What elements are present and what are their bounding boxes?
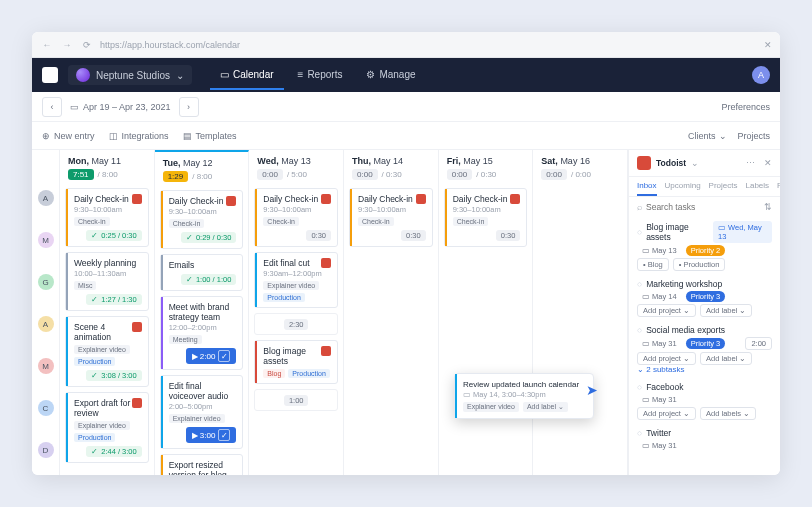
day-header: Fri, May 15 bbox=[447, 156, 525, 166]
task-action-button[interactable]: Add label ⌄ bbox=[700, 304, 752, 317]
dragging-card[interactable]: Review updated launch calendar ▭ May 14,… bbox=[454, 373, 594, 419]
tag: Explainer video bbox=[74, 345, 130, 354]
todoist-flag-icon bbox=[132, 322, 142, 332]
entry-card[interactable]: Export resized version for blog About pa… bbox=[160, 454, 244, 475]
entry-card[interactable]: Emails 1:00 / 1:00 bbox=[160, 254, 244, 291]
empty-slot[interactable]: 2:30 bbox=[254, 313, 338, 335]
entry-card[interactable]: Daily Check-in 9:30–10:00am Check-in 0:2… bbox=[160, 190, 244, 249]
tab-manage[interactable]: ⚙Manage bbox=[356, 61, 425, 90]
close-icon[interactable]: ✕ bbox=[764, 40, 772, 50]
nav-back-icon[interactable]: ← bbox=[40, 40, 54, 50]
card-title: Daily Check-in bbox=[169, 196, 224, 206]
task-action-button[interactable]: Add project ⌄ bbox=[637, 352, 696, 365]
top-nav: Neptune Studios ⌄ ▭Calendar ≡Reports ⚙Ma… bbox=[32, 58, 780, 92]
day-header: Tue, May 12 bbox=[163, 158, 241, 168]
card-subtitle: 9:30–10:00am bbox=[358, 205, 426, 214]
task-action-button[interactable]: Add project ⌄ bbox=[637, 407, 696, 420]
add-label-button[interactable]: Add label ⌄ bbox=[523, 402, 568, 412]
task-title: Blog image assets bbox=[646, 222, 709, 242]
task-item[interactable]: ○Blog image assets▭ Wed, May 13▭ May 13P… bbox=[637, 221, 772, 271]
task-item[interactable]: ○Facebook▭ May 31Add project ⌄Add labels… bbox=[637, 382, 772, 420]
panel-tab[interactable]: Labels bbox=[746, 181, 770, 196]
search-row: ⌕ ⇅ bbox=[629, 197, 780, 217]
panel-close-icon[interactable]: ✕ bbox=[764, 158, 772, 168]
panel-tab[interactable]: Upcoming bbox=[665, 181, 701, 196]
radio-icon[interactable]: ○ bbox=[637, 428, 642, 438]
user-avatar[interactable]: A bbox=[752, 66, 770, 84]
chevron-down-icon: ⌄ bbox=[176, 70, 184, 81]
workspace-switcher[interactable]: Neptune Studios ⌄ bbox=[68, 65, 192, 85]
tag: Production bbox=[74, 357, 115, 366]
task-item[interactable]: ○Twitter▭ May 31 bbox=[637, 428, 772, 451]
panel-more-icon[interactable]: ⋯ bbox=[746, 158, 755, 168]
manage-icon: ⚙ bbox=[366, 69, 375, 80]
avatar-column: AMGAMCD bbox=[32, 150, 60, 475]
task-item[interactable]: ○Marketing workshop▭ May 14Priority 3Add… bbox=[637, 279, 772, 317]
nav-forward-icon[interactable]: → bbox=[60, 40, 74, 50]
time-stat: 0:30 bbox=[496, 230, 521, 241]
entry-card[interactable]: Edit final cut 9:30am–12:00pm Explainer … bbox=[254, 252, 338, 308]
clients-dropdown[interactable]: Clients⌄ bbox=[688, 131, 728, 141]
entry-card[interactable]: Blog image assets BlogProduction bbox=[254, 340, 338, 384]
task-action-button[interactable]: Add project ⌄ bbox=[637, 304, 696, 317]
sort-icon[interactable]: ⇅ bbox=[764, 202, 772, 212]
integrations-button[interactable]: ◫Integrations bbox=[109, 131, 169, 141]
float-title: Review updated launch calendar bbox=[463, 380, 585, 389]
team-avatar[interactable]: G bbox=[38, 274, 54, 290]
entry-card[interactable]: Scene 4 animation Explainer videoProduct… bbox=[65, 316, 149, 387]
chevron-down-icon[interactable]: ⌄ bbox=[691, 158, 699, 168]
task-item[interactable]: ○Social media exports▭ May 31Priority 32… bbox=[637, 325, 772, 374]
side-panel: Todoist ⌄ ⋯ ✕ InboxUpcomingProjectsLabel… bbox=[628, 150, 780, 475]
entry-card[interactable]: Export draft for review Explainer videoP… bbox=[65, 392, 149, 463]
team-avatar[interactable]: C bbox=[38, 400, 54, 416]
team-avatar[interactable]: M bbox=[38, 358, 54, 374]
panel-tab[interactable]: Inbox bbox=[637, 181, 657, 196]
radio-icon[interactable]: ○ bbox=[637, 382, 642, 392]
entry-card[interactable]: Daily Check-in 9:30–10:00am Check-in 0:2… bbox=[65, 188, 149, 247]
new-entry-button[interactable]: ⊕New entry bbox=[42, 131, 95, 141]
checkbox-icon[interactable]: ✓ bbox=[218, 429, 230, 441]
entry-card[interactable]: Daily Check-in 9:30–10:00am Check-in 0:3… bbox=[349, 188, 433, 247]
preferences-link[interactable]: Preferences bbox=[721, 102, 770, 112]
entry-card[interactable]: Meet with brand strategy team 12:00–2:00… bbox=[160, 296, 244, 370]
radio-icon[interactable]: ○ bbox=[637, 279, 642, 289]
projects-dropdown[interactable]: Projects bbox=[737, 131, 770, 141]
calendar-icon: ▭ bbox=[220, 69, 229, 80]
subtasks-link[interactable]: ⌄ 2 subtasks bbox=[637, 365, 772, 374]
card-title: Edit final cut bbox=[263, 258, 309, 268]
empty-slot[interactable]: 1:00 bbox=[254, 389, 338, 411]
team-avatar[interactable]: A bbox=[38, 316, 54, 332]
search-input[interactable] bbox=[646, 202, 760, 212]
team-avatar[interactable]: D bbox=[38, 442, 54, 458]
panel-tab[interactable]: Projects bbox=[709, 181, 738, 196]
team-avatar[interactable]: M bbox=[38, 232, 54, 248]
date-range[interactable]: ▭Apr 19 – Apr 23, 2021 bbox=[70, 102, 171, 112]
task-tag[interactable]: • Blog bbox=[637, 258, 669, 271]
nav-reload-icon[interactable]: ⟳ bbox=[80, 40, 94, 50]
entry-card[interactable]: Daily Check-in 9:30–10:00am Check-in 0:3… bbox=[254, 188, 338, 247]
panel-tab[interactable]: Filters bbox=[777, 181, 780, 196]
entry-card[interactable]: Edit final voiceover audio 2:00–5:00pm E… bbox=[160, 375, 244, 449]
app-logo-icon[interactable] bbox=[42, 67, 58, 83]
timer-button[interactable]: ▶ 3:00✓ bbox=[186, 427, 237, 443]
timer-button[interactable]: ▶ 2:00✓ bbox=[186, 348, 237, 364]
day-column: Mon, May 11 7:51/ 8:00 Daily Check-in 9:… bbox=[60, 150, 155, 475]
task-tag[interactable]: • Production bbox=[673, 258, 726, 271]
url-text[interactable]: https://app.hourstack.com/calendar bbox=[100, 40, 758, 50]
tab-reports[interactable]: ≡Reports bbox=[288, 61, 353, 90]
total-time: / 0:30 bbox=[382, 170, 402, 179]
task-action-button[interactable]: Add label ⌄ bbox=[700, 352, 752, 365]
toolbar: ⊕New entry ◫Integrations ▤Templates Clie… bbox=[32, 122, 780, 150]
prev-week-button[interactable]: ‹ bbox=[42, 97, 62, 117]
task-title: Facebook bbox=[646, 382, 683, 392]
entry-card[interactable]: Daily Check-in 9:30–10:00am Check-in 0:3… bbox=[444, 188, 528, 247]
radio-icon[interactable]: ○ bbox=[637, 227, 642, 237]
task-action-button[interactable]: Add labels ⌄ bbox=[700, 407, 756, 420]
team-avatar[interactable]: A bbox=[38, 190, 54, 206]
radio-icon[interactable]: ○ bbox=[637, 325, 642, 335]
checkbox-icon[interactable]: ✓ bbox=[218, 350, 230, 362]
entry-card[interactable]: Weekly planning 10:00–11:30am Misc 1:27 … bbox=[65, 252, 149, 311]
tab-calendar[interactable]: ▭Calendar bbox=[210, 61, 284, 90]
templates-button[interactable]: ▤Templates bbox=[183, 131, 237, 141]
next-week-button[interactable]: › bbox=[179, 97, 199, 117]
